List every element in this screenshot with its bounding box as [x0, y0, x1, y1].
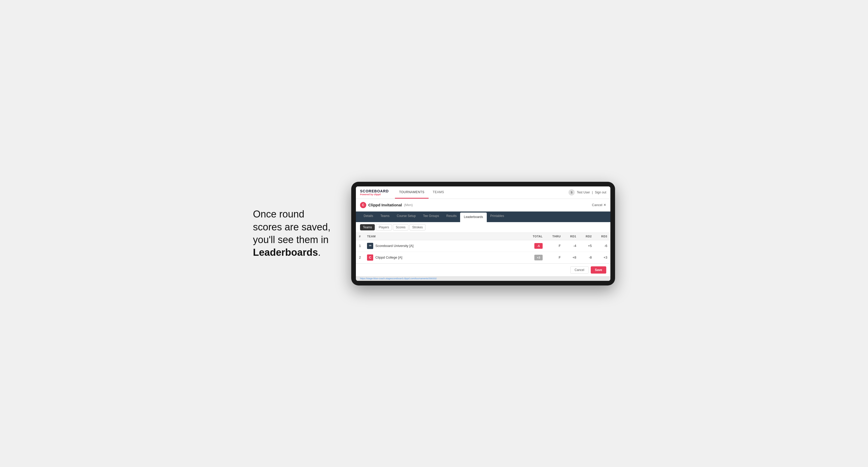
row1-team-logo: SB — [367, 243, 373, 249]
logo-brand: SCOREBOARD — [360, 189, 389, 193]
col-total: TOTAL — [525, 233, 546, 240]
sidebar-text: Once round scores are saved, you'll see … — [253, 208, 336, 259]
cancel-button-footer[interactable]: Cancel — [570, 266, 589, 274]
sub-tab-teams[interactable]: Teams — [360, 224, 375, 230]
url-bar: https://stage-blue-coach.stagescoreboard… — [356, 276, 610, 281]
tablet: SCOREBOARD Powered by clippd TOURNAMENTS… — [351, 182, 615, 285]
row1-total: -5 — [525, 240, 546, 252]
logo-powered: Powered by clippd — [360, 193, 389, 196]
tab-leaderboards[interactable]: Leaderboards — [460, 213, 487, 222]
sidebar-bold: Leaderboards — [253, 247, 318, 258]
sidebar-text-content: Once round scores are saved, you'll see … — [253, 209, 331, 245]
footer-bar: Cancel Save — [356, 263, 610, 276]
tab-bar: Details Teams Course Setup Tee Groups Re… — [356, 212, 610, 222]
row1-score-badge: -5 — [534, 243, 542, 249]
table-header-row: # TEAM TOTAL THRU RD1 RD2 RD3 — [356, 233, 610, 240]
sub-tab-bar: Teams Players Scores Strokes — [356, 222, 610, 233]
row2-thru: F — [546, 252, 564, 263]
tab-printables[interactable]: Printables — [487, 212, 508, 222]
row1-team-name: Scoreboard University [A] — [375, 244, 413, 248]
cancel-button-top[interactable]: Cancel ✕ — [592, 203, 606, 207]
sign-out-link[interactable]: Sign out — [595, 191, 606, 194]
page-wrapper: Once round scores are saved, you'll see … — [253, 182, 615, 285]
tab-teams[interactable]: Teams — [377, 212, 393, 222]
close-icon: ✕ — [603, 203, 606, 207]
tab-details[interactable]: Details — [360, 212, 377, 222]
nav-links: TOURNAMENTS TEAMS — [395, 186, 568, 199]
sub-tab-strokes[interactable]: Strokes — [409, 224, 426, 230]
table-row: 1 SB Scoreboard University [A] -5 F — [356, 240, 610, 252]
tab-course-setup[interactable]: Course Setup — [393, 212, 419, 222]
save-button[interactable]: Save — [591, 266, 606, 274]
col-rd2: RD2 — [579, 233, 595, 240]
sub-tab-players[interactable]: Players — [376, 224, 392, 230]
tournament-gender: (Men) — [404, 203, 413, 207]
sub-tab-scores[interactable]: Scores — [393, 224, 408, 230]
tournament-name: Clippd Invitational — [368, 203, 402, 207]
row2-rd3: +3 — [595, 252, 610, 263]
row1-rd3: -6 — [595, 240, 610, 252]
user-area: S Test User | Sign out — [568, 189, 606, 195]
table-body: 1 SB Scoreboard University [A] -5 F — [356, 240, 610, 263]
leaderboard-table: # TEAM TOTAL THRU RD1 RD2 RD3 1 — [356, 233, 610, 263]
main-content: # TEAM TOTAL THRU RD1 RD2 RD3 1 — [356, 233, 610, 263]
col-thru: THRU — [546, 233, 564, 240]
top-nav: SCOREBOARD Powered by clippd TOURNAMENTS… — [356, 186, 610, 199]
row2-team-cell: C Clippd College [A] — [367, 254, 522, 261]
row2-rank: 2 — [356, 252, 364, 263]
row2-team-name: Clippd College [A] — [375, 255, 402, 259]
tournament-header: C Clippd Invitational (Men) Cancel ✕ — [356, 199, 610, 212]
row1-rd2: +5 — [579, 240, 595, 252]
user-avatar: S — [568, 189, 575, 195]
nav-link-tournaments[interactable]: TOURNAMENTS — [395, 186, 429, 199]
tournament-title: C Clippd Invitational (Men) — [360, 202, 413, 208]
row2-rd2: -8 — [579, 252, 595, 263]
col-team: TEAM — [364, 233, 525, 240]
row1-rank: 1 — [356, 240, 364, 252]
tab-tee-groups[interactable]: Tee Groups — [419, 212, 442, 222]
nav-link-teams[interactable]: TEAMS — [429, 186, 448, 199]
row1-thru: F — [546, 240, 564, 252]
table-header: # TEAM TOTAL THRU RD1 RD2 RD3 — [356, 233, 610, 240]
sidebar-period: . — [318, 247, 321, 258]
user-name: Test User — [577, 191, 590, 194]
row2-rd1: +8 — [564, 252, 579, 263]
logo-clippd: clippd — [374, 193, 381, 196]
tab-results[interactable]: Results — [442, 212, 460, 222]
col-rd3: RD3 — [595, 233, 610, 240]
row2-team-logo: C — [367, 254, 373, 261]
logo-area: SCOREBOARD Powered by clippd — [360, 189, 389, 196]
row2-total: +3 — [525, 252, 546, 263]
row1-rd1: -4 — [564, 240, 579, 252]
col-rd1: RD1 — [564, 233, 579, 240]
table-row: 2 C Clippd College [A] +3 F — [356, 252, 610, 263]
col-rank: # — [356, 233, 364, 240]
row1-team-cell: SB Scoreboard University [A] — [367, 243, 522, 249]
user-separator: | — [592, 191, 593, 194]
row2-score-badge: +3 — [534, 255, 542, 260]
row2-team: C Clippd College [A] — [364, 252, 525, 263]
tablet-screen: SCOREBOARD Powered by clippd TOURNAMENTS… — [356, 186, 610, 281]
tournament-logo: C — [360, 202, 366, 208]
row1-team: SB Scoreboard University [A] — [364, 240, 525, 252]
